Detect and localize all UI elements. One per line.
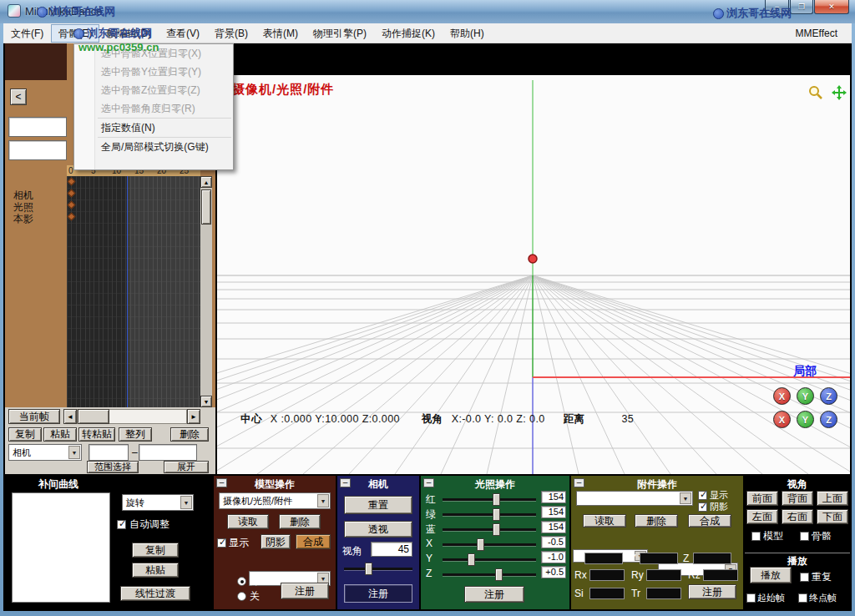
hscroll-thumb[interactable] xyxy=(78,409,109,424)
local-mode-label[interactable]: 局部 xyxy=(793,364,817,379)
accessory-register-button[interactable]: 注册 xyxy=(688,584,736,599)
target-select[interactable]: 相机 ▼ xyxy=(8,444,82,461)
row-label-camera[interactable]: 相机 xyxy=(13,189,63,201)
menu-item-frame-edit[interactable]: 帧编辑(D) xyxy=(99,24,159,43)
range-start-field[interactable] xyxy=(89,444,129,461)
light-green-value[interactable]: 154 xyxy=(541,506,566,518)
menu-item-physics[interactable]: 物理引擎(P) xyxy=(306,24,374,43)
radio-icon[interactable] xyxy=(237,592,246,601)
checkbox-icon[interactable] xyxy=(798,593,807,603)
slider-thumb[interactable] xyxy=(493,508,500,521)
slider-thumb[interactable] xyxy=(493,523,500,536)
light-red-slider[interactable] xyxy=(443,498,536,501)
light-y-slider[interactable] xyxy=(443,558,536,561)
menu-item-motion-capture[interactable]: 动作捕捉(K) xyxy=(374,24,443,43)
slider-thumb[interactable] xyxy=(493,493,500,506)
current-frame-button[interactable]: 当前帧 xyxy=(8,409,60,424)
copy-button[interactable]: 复制 xyxy=(8,427,42,442)
menu-item-zero-x-position[interactable]: 选中骨骼X位置归零(X) xyxy=(74,44,233,63)
display-checkbox[interactable]: 显示 xyxy=(217,536,249,550)
paste-button[interactable]: 粘贴 xyxy=(43,427,77,442)
chevron-down-icon[interactable]: ▼ xyxy=(68,446,80,459)
camera-register-button[interactable]: 注册 xyxy=(344,584,412,603)
ry-field[interactable] xyxy=(646,569,681,581)
checkbox-icon[interactable] xyxy=(800,573,809,582)
align-button[interactable]: 整列 xyxy=(119,427,152,442)
checkbox-icon[interactable] xyxy=(751,532,761,541)
hscroll-left-icon[interactable]: ◄ xyxy=(63,409,77,424)
accessory-blend-button[interactable]: 合成 xyxy=(688,514,731,528)
scroll-thumb[interactable] xyxy=(201,189,211,225)
accessory-shadow-checkbox[interactable]: 阴影 xyxy=(698,501,728,513)
light-blue-slider[interactable] xyxy=(443,528,536,531)
channel-select[interactable]: 旋转 ▼ xyxy=(122,494,194,511)
checkbox-icon[interactable] xyxy=(746,593,756,603)
model-target-select[interactable]: 摄像机/光照/附件 ▼ xyxy=(219,492,331,509)
light-blue-value[interactable]: 154 xyxy=(541,521,566,533)
x-field[interactable] xyxy=(584,553,623,564)
light-register-button[interactable]: 注册 xyxy=(464,586,524,603)
light-z-value[interactable]: +0.5 xyxy=(541,566,566,578)
menu-item-mmeffect[interactable]: MMEffect xyxy=(788,24,845,43)
chevron-down-icon[interactable]: ▼ xyxy=(180,496,192,509)
axis-y-button-2[interactable]: Y xyxy=(797,411,814,428)
checkbox-icon[interactable] xyxy=(217,538,226,548)
view-front-button[interactable]: 前面 xyxy=(746,491,778,506)
bone-list-box-1[interactable] xyxy=(8,117,67,137)
z-field[interactable] xyxy=(693,553,731,564)
keyframe-diamond[interactable] xyxy=(68,213,76,221)
back-button[interactable]: < xyxy=(10,88,27,105)
menu-item-background[interactable]: 背景(B) xyxy=(207,24,255,43)
slider-thumb[interactable] xyxy=(477,538,484,551)
model-load-button[interactable]: 读取 xyxy=(227,514,269,529)
light-x-value[interactable]: -0.5 xyxy=(541,536,566,548)
slider-thumb[interactable] xyxy=(495,568,503,581)
chevron-down-icon[interactable]: ▼ xyxy=(317,494,329,507)
play-button[interactable]: 播放 xyxy=(750,567,792,583)
menu-item-specify-value[interactable]: 指定数值(N) xyxy=(74,119,233,137)
curve-box[interactable] xyxy=(12,492,110,603)
scroll-down-icon[interactable]: ▼ xyxy=(200,396,212,407)
minimize-button[interactable]: – xyxy=(765,0,789,14)
title-bar[interactable]: MikuMikuDance – ❐ ✕ xyxy=(0,0,855,23)
maximize-button[interactable]: ❐ xyxy=(790,0,813,14)
render-area[interactable]: 摄像机/光照/附件 局部 X Y Z X Y Z 中心X :0.000 Y:10… xyxy=(217,75,850,474)
tr-field[interactable] xyxy=(646,588,681,599)
menu-item-help[interactable]: 帮助(H) xyxy=(443,24,492,43)
hscroll-right-icon[interactable]: ► xyxy=(187,409,200,424)
y-field[interactable] xyxy=(640,553,678,564)
accessory-load-button[interactable]: 读取 xyxy=(583,514,626,528)
linear-transition-button[interactable]: 线性过渡 xyxy=(120,586,190,601)
physics-on-radio[interactable]: 开 xyxy=(237,574,260,588)
expand-button[interactable]: 展开 xyxy=(164,461,209,473)
light-x-slider[interactable] xyxy=(443,543,536,546)
menu-item-view[interactable]: 查看(V) xyxy=(159,24,207,43)
menu-item-global-local-toggle[interactable]: 全局/局部模式切换(G键) xyxy=(74,138,233,156)
si-field[interactable] xyxy=(589,588,625,599)
chevron-down-icon[interactable]: ▼ xyxy=(680,492,691,504)
fov-field[interactable]: 45 xyxy=(371,542,412,557)
checkbox-icon[interactable] xyxy=(800,532,809,541)
rx-field[interactable] xyxy=(589,569,625,581)
keyframe-grid[interactable] xyxy=(67,176,200,407)
row-label-light[interactable]: 光照 xyxy=(13,201,63,213)
model-blend-button[interactable]: 合成 xyxy=(296,534,331,549)
light-green-slider[interactable] xyxy=(443,513,536,516)
axis-x-button-2[interactable]: X xyxy=(773,411,791,428)
bone-list-box-2[interactable] xyxy=(8,140,67,160)
camera-reset-button[interactable]: 重置 xyxy=(344,496,412,514)
repaste-button[interactable]: 转粘贴 xyxy=(78,427,115,442)
start-frame-checkbox[interactable]: 起始帧 xyxy=(746,592,785,604)
scroll-up-icon[interactable]: ▲ xyxy=(200,176,212,188)
slider-thumb[interactable] xyxy=(365,563,372,575)
follow-bone-checkbox[interactable]: 骨骼 xyxy=(800,529,832,543)
checkbox-icon[interactable] xyxy=(698,491,707,500)
slider-thumb[interactable] xyxy=(468,553,475,566)
menu-item-zero-z-position[interactable]: 选中骨骼Z位置归零(Z) xyxy=(74,81,233,99)
repeat-checkbox[interactable]: 重复 xyxy=(800,570,832,584)
view-top-button[interactable]: 上面 xyxy=(817,491,848,506)
light-z-slider[interactable] xyxy=(443,573,536,576)
axis-z-button[interactable]: Z xyxy=(820,387,837,405)
model-delete-button[interactable]: 删除 xyxy=(279,514,321,529)
menu-item-expression[interactable]: 表情(M) xyxy=(255,24,306,43)
